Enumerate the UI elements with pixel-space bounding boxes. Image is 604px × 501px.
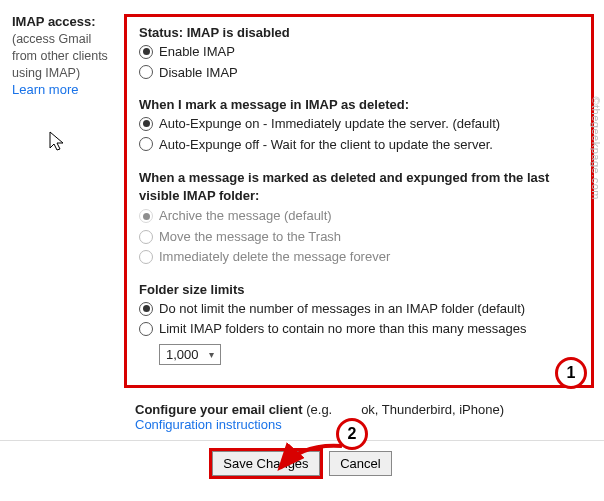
radio-icon [139, 250, 153, 264]
no-limit-option[interactable]: Do not limit the number of messages in a… [139, 300, 581, 318]
radio-icon [139, 117, 153, 131]
folder-limits-heading: Folder size limits [139, 282, 581, 297]
radio-label: Enable IMAP [159, 43, 235, 61]
imap-access-title: IMAP access: [12, 14, 118, 29]
callout-1: 1 [555, 357, 587, 389]
radio-label: Limit IMAP folders to contain no more th… [159, 320, 527, 338]
status-heading: Status: IMAP is disabled [139, 25, 581, 40]
delete-forever-option[interactable]: Immediately delete the message forever [139, 248, 581, 266]
expunged-heading: When a message is marked as deleted and … [139, 169, 581, 204]
radio-icon [139, 209, 153, 223]
radio-label: Auto-Expunge off - Wait for the client t… [159, 136, 493, 154]
radio-label: Move the message to the Trash [159, 228, 341, 246]
configuration-instructions-link[interactable]: Configuration instructions [135, 417, 282, 432]
callout-2: 2 [336, 418, 368, 450]
cursor-icon [48, 130, 68, 152]
configure-heading-post: ok, Thunderbird, iPhone) [361, 402, 504, 417]
auto-expunge-on-option[interactable]: Auto-Expunge on - Immediately update the… [139, 115, 581, 133]
move-trash-option[interactable]: Move the message to the Trash [139, 228, 581, 246]
radio-label: Disable IMAP [159, 64, 238, 82]
select-value: 1,000 [166, 347, 199, 362]
button-row: Save Changes Cancel [0, 440, 604, 476]
radio-label: Auto-Expunge on - Immediately update the… [159, 115, 500, 133]
mark-deleted-heading: When I mark a message in IMAP as deleted… [139, 97, 581, 112]
configure-heading-pre: Configure your email client [135, 402, 303, 417]
archive-option[interactable]: Archive the message (default) [139, 207, 581, 225]
radio-label: Immediately delete the message forever [159, 248, 390, 266]
save-changes-button[interactable]: Save Changes [212, 451, 319, 476]
radio-icon [139, 65, 153, 79]
disable-imap-option[interactable]: Disable IMAP [139, 64, 581, 82]
limit-option[interactable]: Limit IMAP folders to contain no more th… [139, 320, 581, 338]
radio-label: Archive the message (default) [159, 207, 332, 225]
auto-expunge-off-option[interactable]: Auto-Expunge off - Wait for the client t… [139, 136, 581, 154]
enable-imap-option[interactable]: Enable IMAP [139, 43, 581, 61]
radio-icon [139, 45, 153, 59]
imap-settings-panel: Status: IMAP is disabled Enable IMAP Dis… [124, 14, 594, 388]
radio-icon [139, 137, 153, 151]
imap-access-desc: (access Gmail from other clients using I… [12, 31, 118, 82]
configure-client-section: Configure your email client (e.g. ok, Th… [135, 402, 604, 432]
radio-icon [139, 302, 153, 316]
limit-select[interactable]: 1,000 ▾ [159, 344, 221, 365]
radio-label: Do not limit the number of messages in a… [159, 300, 525, 318]
chevron-down-icon: ▾ [209, 349, 214, 360]
configure-heading-mid: (e.g. [303, 402, 333, 417]
cancel-button[interactable]: Cancel [329, 451, 391, 476]
radio-icon [139, 322, 153, 336]
watermark: ©thegeekpage.com [590, 96, 602, 200]
learn-more-link[interactable]: Learn more [12, 82, 78, 97]
radio-icon [139, 230, 153, 244]
